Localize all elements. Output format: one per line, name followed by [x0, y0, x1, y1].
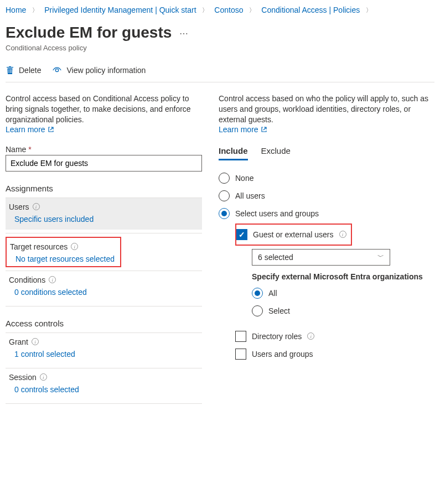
right-panel: Control access based on who the policy w… [219, 93, 434, 404]
info-icon[interactable]: i [32, 338, 39, 345]
specify-orgs-heading: Specify external Microsoft Entra organiz… [252, 272, 434, 281]
radio-select-users[interactable]: Select users and groups [219, 206, 434, 221]
conditions-label: Conditions [9, 276, 45, 284]
target-resources-label: Target resources [10, 242, 68, 251]
delete-label: Delete [19, 66, 41, 75]
chevron-down-icon: ﹀ [377, 252, 384, 262]
info-icon[interactable]: i [307, 332, 314, 340]
checkbox-users-groups[interactable]: Users and groups [235, 346, 434, 362]
chevron-right-icon: 〉 [202, 7, 208, 13]
checkbox-icon [235, 331, 246, 342]
grant-value-link[interactable]: 1 control selected [14, 350, 199, 358]
checkbox-icon [235, 349, 246, 360]
view-policy-button[interactable]: View policy information [52, 65, 146, 75]
session-value-link[interactable]: 0 controls selected [14, 385, 199, 394]
external-link-icon [48, 126, 54, 133]
right-intro-text: Control access based on who the policy w… [219, 93, 434, 125]
conditions-value-link[interactable]: 0 conditions selected [14, 288, 199, 297]
breadcrumb-item[interactable]: Contoso [214, 6, 243, 14]
session-label: Session [9, 373, 37, 382]
users-label: Users [9, 202, 29, 211]
checkbox-directory-roles-label: Directory roles [252, 332, 302, 341]
target-resources-row[interactable]: Target resources i No target resources s… [7, 238, 118, 266]
radio-icon [252, 305, 263, 316]
left-intro-text: Control access based on Conditional Acce… [6, 93, 202, 125]
radio-org-select[interactable]: Select [252, 303, 434, 319]
radio-none[interactable]: None [219, 170, 434, 186]
checkbox-guest-users[interactable]: Guest or external users i [236, 227, 346, 242]
info-icon[interactable]: i [33, 203, 40, 210]
learn-more-link[interactable]: Learn more [6, 125, 54, 134]
checkbox-guest-users-label: Guest or external users [253, 230, 334, 239]
guest-types-dropdown[interactable]: 6 selected ﹀ [252, 249, 390, 266]
radio-all-users-label: All users [235, 191, 265, 200]
learn-more-link[interactable]: Learn more [219, 125, 267, 134]
radio-icon [219, 173, 230, 184]
chevron-right-icon: 〉 [32, 7, 38, 13]
radio-org-select-label: Select [268, 306, 290, 315]
radio-icon [219, 208, 230, 219]
trash-icon [6, 66, 14, 75]
page-subtitle: Conditional Access policy [6, 44, 434, 52]
chevron-right-icon: 〉 [366, 7, 372, 13]
chevron-right-icon: 〉 [249, 7, 255, 13]
access-controls-header: Access controls [6, 319, 202, 328]
toolbar: Delete View policy information [6, 62, 434, 82]
session-row[interactable]: Session i 0 controls selected [6, 368, 202, 400]
radio-icon [252, 288, 263, 299]
breadcrumb: Home 〉 Privileged Identity Management | … [6, 6, 434, 19]
info-icon[interactable]: i [40, 373, 47, 381]
more-actions-button[interactable]: ⋯ [179, 28, 189, 39]
info-icon[interactable]: i [339, 231, 346, 238]
checkbox-users-groups-label: Users and groups [252, 350, 313, 358]
external-link-icon [261, 126, 267, 133]
radio-none-label: None [235, 174, 253, 183]
eye-icon [52, 65, 62, 75]
conditions-row[interactable]: Conditions i 0 conditions selected [6, 271, 202, 303]
radio-icon [219, 190, 230, 201]
left-panel: Control access based on Conditional Acce… [6, 93, 202, 404]
page-title: Exclude EM for guests [6, 24, 172, 41]
breadcrumb-item[interactable]: Privileged Identity Management | Quick s… [44, 6, 196, 14]
users-value-link[interactable]: Specific users included [14, 215, 199, 224]
grant-label: Grant [9, 337, 28, 346]
name-field-label: Name [6, 145, 202, 154]
radio-all-users[interactable]: All users [219, 188, 434, 204]
tab-exclude[interactable]: Exclude [261, 144, 291, 160]
include-exclude-tabs: Include Exclude [219, 144, 434, 160]
view-policy-label: View policy information [66, 66, 146, 75]
dropdown-value: 6 selected [258, 253, 293, 262]
target-resources-value-link[interactable]: No target resources selected [15, 254, 115, 263]
info-icon[interactable]: i [71, 243, 78, 250]
assignments-header: Assignments [6, 184, 202, 193]
radio-org-all[interactable]: All [252, 285, 434, 301]
checkbox-icon [236, 229, 247, 240]
breadcrumb-item[interactable]: Home [6, 6, 26, 14]
info-icon[interactable]: i [49, 276, 56, 283]
radio-select-users-label: Select users and groups [235, 209, 319, 218]
grant-row[interactable]: Grant i 1 control selected [6, 333, 202, 365]
users-row[interactable]: Users i Specific users included [6, 198, 202, 230]
radio-org-all-label: All [268, 289, 277, 298]
tab-include[interactable]: Include [219, 144, 248, 160]
checkbox-directory-roles[interactable]: Directory roles i [235, 329, 434, 344]
delete-button[interactable]: Delete [6, 65, 41, 75]
breadcrumb-item[interactable]: Conditional Access | Policies [261, 6, 360, 14]
guest-users-highlight: Guest or external users i [235, 224, 352, 246]
name-input[interactable] [6, 155, 202, 172]
